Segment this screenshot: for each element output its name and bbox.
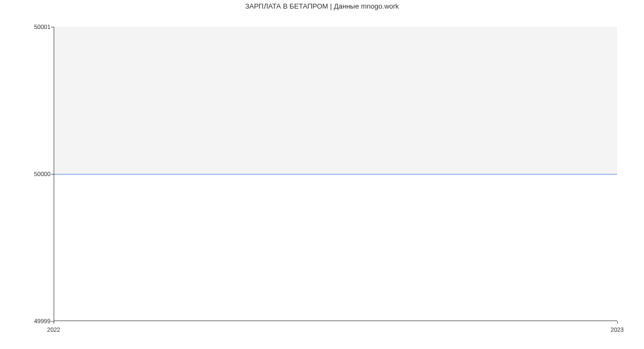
- y-tick-label: 50001: [34, 24, 50, 30]
- chart-title: ЗАРПЛАТА В БЕТАПРОМ | Данные mnogo.work: [0, 2, 644, 10]
- y-tick-label: 50000: [34, 171, 50, 177]
- plot-area: [54, 27, 617, 321]
- salary-chart: ЗАРПЛАТА В БЕТАПРОМ | Данные mnogo.work …: [0, 0, 644, 333]
- x-tick: [617, 321, 618, 324]
- y-tick-label: 49999: [34, 318, 50, 324]
- plot-background: [54, 27, 617, 174]
- x-tick: [54, 321, 54, 324]
- series-line-salary: [54, 174, 617, 174]
- x-tick-label: 2023: [611, 326, 624, 333]
- x-tick-label: 2022: [47, 326, 60, 333]
